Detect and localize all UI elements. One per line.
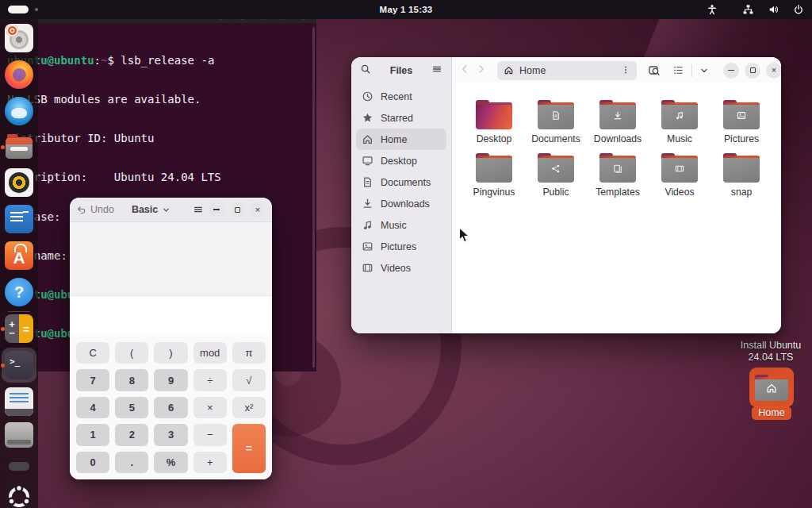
key-close-paren[interactable]: ) xyxy=(154,342,187,364)
forward-button[interactable] xyxy=(476,64,487,78)
key-9[interactable]: 9 xyxy=(154,369,187,391)
files-minimize-button[interactable] xyxy=(723,63,739,79)
power-icon[interactable] xyxy=(793,4,804,15)
key-0[interactable]: 0 xyxy=(76,452,109,473)
list-view-toggle-icon[interactable] xyxy=(672,64,684,76)
dock-rhythmbox[interactable] xyxy=(5,168,33,197)
workspace-indicator-dot[interactable] xyxy=(35,8,38,11)
home-icon xyxy=(362,133,373,145)
dock-calculator[interactable]: +−= xyxy=(5,314,33,343)
key-percent[interactable]: % xyxy=(154,452,187,473)
files-sidebar-menu-icon[interactable] xyxy=(431,64,442,78)
sidebar-item-desktop[interactable]: Desktop xyxy=(356,150,446,171)
folder-label: Desktop xyxy=(477,133,512,144)
folder-item-snap[interactable]: snap xyxy=(710,146,772,198)
dock-firefox[interactable] xyxy=(5,60,33,89)
drive-icon xyxy=(5,422,33,448)
key-clear[interactable]: C xyxy=(76,342,109,364)
back-button[interactable] xyxy=(459,64,470,78)
key-square[interactable]: x² xyxy=(232,397,266,418)
undo-icon xyxy=(76,205,86,215)
folder-search-icon[interactable] xyxy=(648,64,661,77)
sidebar-label: Music xyxy=(381,220,407,231)
folder-label: Downloads xyxy=(594,133,642,144)
files-maximize-button[interactable] xyxy=(745,63,760,79)
folder-item-pictures[interactable]: Pictures xyxy=(710,93,772,144)
key-subtract[interactable]: − xyxy=(193,424,227,445)
folder-item-videos[interactable]: Videos xyxy=(649,146,710,198)
install-ubuntu-desktop-icon[interactable]: Install Ubuntu 24.04 LTS xyxy=(730,340,812,364)
key-add[interactable]: + xyxy=(193,452,227,473)
sidebar-item-downloads[interactable]: Downloads xyxy=(356,193,446,214)
key-multiply[interactable]: × xyxy=(193,397,227,418)
picture-icon xyxy=(362,241,373,252)
key-sqrt[interactable]: √ xyxy=(232,369,266,391)
key-open-paren[interactable]: ( xyxy=(115,342,148,364)
dock-help[interactable]: ? xyxy=(5,278,33,306)
dock-files[interactable] xyxy=(5,133,33,161)
folder-item-documents[interactable]: Documents xyxy=(525,93,587,144)
dock-terminal[interactable]: >_ xyxy=(5,351,33,379)
key-2[interactable]: 2 xyxy=(115,424,148,445)
key-3[interactable]: 3 xyxy=(154,424,187,445)
address-bar[interactable]: Home xyxy=(497,61,637,80)
calculator-history-area xyxy=(70,222,272,296)
sidebar-item-starred[interactable]: Starred xyxy=(356,107,446,129)
sidebar-item-music[interactable]: Music xyxy=(356,214,446,236)
address-location-label: Home xyxy=(519,65,546,76)
workspace-indicator-pill[interactable] xyxy=(8,6,29,13)
folder-item-templates[interactable]: Templates xyxy=(587,146,649,198)
location-menu-icon[interactable] xyxy=(621,64,630,78)
dock-libreoffice-writer[interactable] xyxy=(5,205,33,233)
files-icon xyxy=(5,133,33,161)
dock-ubuntu-installer[interactable] xyxy=(5,24,33,52)
calculator-menu-icon[interactable] xyxy=(193,204,204,215)
sidebar-label: Recent xyxy=(381,91,412,102)
dock-app-center[interactable]: A xyxy=(5,241,33,270)
key-1[interactable]: 1 xyxy=(76,424,109,445)
key-8[interactable]: 8 xyxy=(115,369,148,391)
clock-menu[interactable]: May 1 15:33 xyxy=(380,0,433,19)
mode-dropdown[interactable]: Basic xyxy=(132,204,170,215)
dock-text-editor[interactable] xyxy=(5,387,33,416)
files-search-icon[interactable] xyxy=(360,64,371,78)
sidebar-label: Pictures xyxy=(381,241,416,252)
sidebar-item-home[interactable]: Home xyxy=(356,129,446,150)
folder-item-downloads[interactable]: Downloads xyxy=(587,93,649,144)
dock-disks[interactable] xyxy=(5,421,33,449)
network-icon[interactable] xyxy=(742,4,754,15)
dock-thunderbird[interactable] xyxy=(5,97,33,125)
key-4[interactable]: 4 xyxy=(76,397,109,418)
files-close-button[interactable]: × xyxy=(766,63,781,79)
terminal-line: Distributor ID: Ubuntu xyxy=(7,132,309,144)
document-icon xyxy=(362,176,373,188)
calculator-maximize-button[interactable] xyxy=(229,202,245,217)
sidebar-item-documents[interactable]: Documents xyxy=(356,171,446,193)
key-decimal[interactable]: . xyxy=(115,452,148,473)
calculator-display[interactable] xyxy=(70,296,272,336)
sidebar-item-recent[interactable]: Recent xyxy=(356,86,446,107)
folder-item-pingvinus[interactable]: Pingvinus xyxy=(463,146,525,198)
folder-item-public[interactable]: Public xyxy=(525,146,587,198)
key-equals[interactable]: = xyxy=(232,424,266,473)
view-options-chevron-icon[interactable] xyxy=(699,66,709,75)
key-pi[interactable]: π xyxy=(232,342,266,364)
sidebar-item-pictures[interactable]: Pictures xyxy=(356,236,446,257)
folder-item-music[interactable]: Music xyxy=(649,93,710,144)
undo-button[interactable]: Undo xyxy=(76,204,114,215)
home-desktop-icon[interactable]: Home xyxy=(749,368,795,420)
key-mod[interactable]: mod xyxy=(193,342,227,364)
calculator-close-button[interactable]: × xyxy=(250,202,266,217)
volume-icon[interactable] xyxy=(768,4,779,15)
dock-show-apps[interactable] xyxy=(5,483,33,508)
calculator-window: Undo Basic × C ( ) mod π 7 8 9 ÷ √ xyxy=(70,198,272,479)
sidebar-item-videos[interactable]: Videos xyxy=(356,257,446,279)
key-divide[interactable]: ÷ xyxy=(193,369,227,391)
dock-hidden-app[interactable] xyxy=(5,452,33,481)
key-7[interactable]: 7 xyxy=(76,369,109,391)
folder-item-desktop[interactable]: Desktop xyxy=(463,93,525,144)
key-6[interactable]: 6 xyxy=(154,397,187,418)
calculator-minimize-button[interactable] xyxy=(209,202,224,217)
accessibility-icon[interactable] xyxy=(707,4,718,15)
key-5[interactable]: 5 xyxy=(115,397,148,418)
